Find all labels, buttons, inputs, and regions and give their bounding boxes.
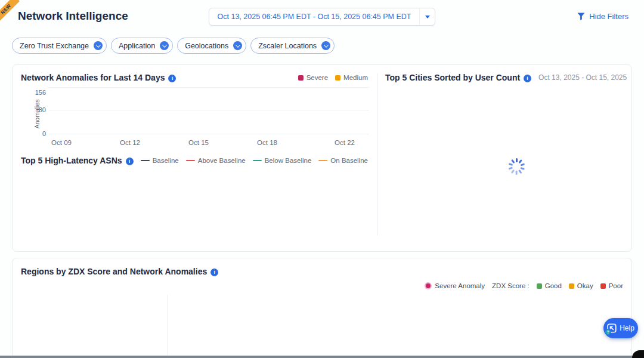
cities-date-range: Oct 13, 2025 - Oct 15, 2025 [538,73,627,82]
y-axis-label: Anomalies [33,99,41,128]
legend-item-below-baseline: Below Baseline [253,157,312,164]
date-range-caret-button[interactable] [419,8,435,25]
x-tick: Oct 09 [51,139,72,146]
chevron-down-icon [160,41,169,50]
loading-spinner [508,158,525,175]
baseline-line-icon [141,160,150,162]
filter-pill-label: Application [119,42,155,50]
legend-item-good: Good [537,282,562,289]
anomalies-chart-title: Network Anomalies for Last 14 Daysi [21,73,176,82]
on-baseline-line-icon [318,160,327,162]
regions-widget-title: Regions by ZDX Score and Network Anomali… [21,267,218,276]
filter-pill-zscaler-locations[interactable]: Zscaler Locations [250,38,335,54]
legend-item-poor: Poor [600,282,623,289]
good-swatch-icon [537,283,542,289]
filter-pill-geolocations[interactable]: Geolocations [177,38,246,54]
filter-funnel-icon [577,13,585,20]
medium-swatch-icon [335,75,340,81]
regions-card: Regions by ZDX Score and Network Anomali… [12,258,632,358]
top-widgets-card: Network Anomalies for Last 14 Daysi Seve… [12,64,632,252]
gridline [48,110,369,110]
y-tick: 80 [33,106,46,113]
severe-swatch-icon [298,75,304,81]
asns-legend: Baseline Above Baseline Below Baseline O… [141,157,368,164]
asns-chart-title: Top 5 High-Latency ASNsi [21,156,134,165]
new-ribbon-badge: NEW [0,0,20,23]
below-baseline-line-icon [253,160,262,162]
filter-pill-label: Zero Trust Exchange [20,42,89,50]
gridline [167,295,168,358]
legend-item-above-baseline: Above Baseline [186,157,246,164]
network-intelligence-page: NEW Network Intelligence Oct 13, 2025 06… [0,0,644,358]
legend-item-medium: Medium [335,74,368,81]
regions-legend: Severe Anomaly ZDX Score : Good Okay Poo… [425,282,623,289]
hide-filters-label: Hide Filters [589,12,628,21]
filter-pills-row: Zero Trust Exchange Application Geolocat… [12,38,335,54]
bottom-scrollbar[interactable] [0,356,644,358]
x-tick: Oct 22 [335,139,355,146]
bottom-right-overlay-corner [632,350,644,358]
question-badge-icon: ? [605,329,611,335]
poor-swatch-icon [600,283,606,289]
info-icon[interactable]: i [524,75,531,82]
zdx-score-label: ZDX Score : [492,282,530,289]
legend-item-on-baseline: On Baseline [318,157,368,164]
gridline [48,134,369,134]
chevron-down-icon [321,41,330,50]
okay-swatch-icon [569,283,574,289]
date-range-picker[interactable]: Oct 13, 2025 06:45 PM EDT - Oct 15, 2025… [209,8,435,26]
chevron-down-icon [94,41,103,50]
filter-pill-label: Zscaler Locations [258,42,317,50]
page-title: Network Intelligence [18,10,128,23]
gridline [48,87,369,88]
legend-item-okay: Okay [569,282,593,289]
hide-filters-button[interactable]: Hide Filters [577,12,628,21]
cities-widget-title: Top 5 Cities Sorted by User Counti [385,73,531,82]
y-tick: 0 [33,130,46,137]
severe-anomaly-dot-icon [425,282,432,289]
help-label: Help [620,324,634,332]
info-icon[interactable]: i [126,158,134,165]
legend-item-baseline: Baseline [141,157,179,164]
anomalies-legend: Severe Medium [298,74,368,81]
legend-item-severe-anomaly: Severe Anomaly [425,282,485,289]
above-baseline-line-icon [186,160,195,162]
help-panel-icon: ? [607,323,617,333]
panel-divider [377,73,377,236]
y-tick: 156 [33,89,46,96]
chevron-down-icon [425,16,430,18]
info-icon[interactable]: i [210,268,218,276]
info-icon[interactable]: i [168,75,176,82]
x-tick: Oct 15 [188,139,209,146]
legend-item-severe: Severe [298,74,328,81]
filter-pill-label: Geolocations [185,42,228,50]
filter-pill-application[interactable]: Application [111,38,173,54]
chevron-down-icon [233,41,242,50]
x-tick: Oct 18 [257,139,277,146]
x-tick: Oct 12 [120,139,140,146]
date-range-value[interactable]: Oct 13, 2025 06:45 PM EDT - Oct 15, 2025… [209,8,419,25]
filter-pill-zero-trust-exchange[interactable]: Zero Trust Exchange [12,38,107,54]
help-button[interactable]: ? Help [603,318,638,338]
